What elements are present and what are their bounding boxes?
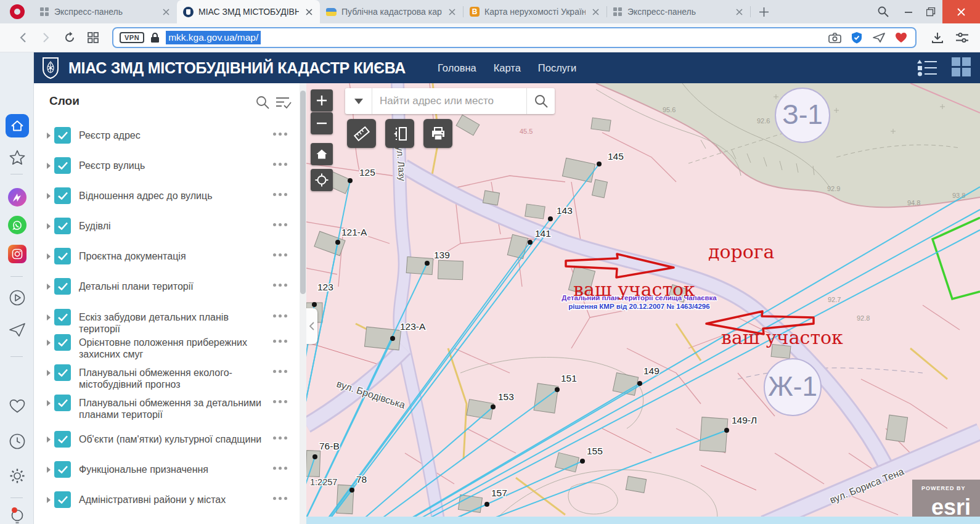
search-source-dropdown[interactable] bbox=[345, 88, 372, 114]
tab-miac-kadastr[interactable]: МІАС ЗМД МІСТОБУДІВНИЙ bbox=[177, 0, 320, 23]
layer-menu-icon[interactable] bbox=[273, 314, 287, 317]
layer-checkbox[interactable] bbox=[54, 218, 71, 234]
layer-menu-icon[interactable] bbox=[273, 223, 287, 226]
map-search-button[interactable] bbox=[526, 88, 555, 114]
sidebar-instagram-icon[interactable] bbox=[0, 245, 34, 263]
layer-menu-icon[interactable] bbox=[273, 340, 287, 343]
apps-grid-icon[interactable] bbox=[952, 57, 973, 78]
layer-checkbox[interactable] bbox=[54, 157, 71, 174]
map-canvas[interactable]: З-1 Ж-1 95.6 45.5 92.6 92.9 94.8 93.8 92… bbox=[306, 83, 980, 524]
sidebar-tips-bulb-icon[interactable] bbox=[0, 509, 34, 524]
back-button[interactable] bbox=[11, 28, 35, 47]
sidebar-player-icon[interactable] bbox=[0, 290, 34, 306]
sidebar-favorites-heart-icon[interactable] bbox=[0, 399, 34, 413]
expand-caret-icon[interactable] bbox=[47, 340, 51, 346]
zoom-in-button[interactable] bbox=[311, 89, 333, 112]
bookmark-heart-icon[interactable] bbox=[893, 32, 909, 43]
window-close-button[interactable] bbox=[942, 0, 980, 23]
expand-caret-icon[interactable] bbox=[47, 467, 51, 473]
sidebar-messenger-icon[interactable] bbox=[0, 188, 34, 207]
tab-close-icon[interactable] bbox=[734, 7, 744, 17]
layer-menu-icon[interactable] bbox=[273, 400, 287, 403]
downloads-icon[interactable] bbox=[925, 32, 950, 44]
layer-menu-icon[interactable] bbox=[273, 370, 287, 373]
expand-caret-icon[interactable] bbox=[47, 370, 51, 376]
send-to-device-icon[interactable] bbox=[871, 32, 887, 43]
layer-menu-icon[interactable] bbox=[273, 133, 287, 136]
scrollbar-thumb[interactable] bbox=[300, 91, 306, 294]
layer-menu-icon[interactable] bbox=[273, 436, 287, 440]
forward-button[interactable] bbox=[35, 28, 58, 47]
new-tab-button[interactable] bbox=[751, 0, 777, 23]
panel-collapse-handle[interactable] bbox=[306, 308, 317, 344]
nav-map-link[interactable]: Карта bbox=[494, 62, 521, 74]
layer-menu-icon[interactable] bbox=[273, 284, 287, 287]
layer-checkbox[interactable] bbox=[54, 491, 71, 508]
window-minimize-button[interactable] bbox=[897, 0, 920, 23]
layer-menu-icon[interactable] bbox=[273, 163, 287, 166]
layer-checkbox[interactable] bbox=[54, 334, 71, 351]
tab-search-icon[interactable] bbox=[870, 0, 897, 23]
home-extent-button[interactable] bbox=[311, 143, 333, 165]
expand-caret-icon[interactable] bbox=[47, 253, 51, 260]
measure-tool-button[interactable] bbox=[347, 119, 376, 148]
sidebar-bookmarks-star-icon[interactable] bbox=[0, 150, 34, 165]
layer-checkbox[interactable] bbox=[54, 127, 71, 144]
easy-setup-icon[interactable] bbox=[950, 32, 974, 43]
layers-filter-icon[interactable] bbox=[276, 96, 292, 109]
tab-cadastral-map[interactable]: Публічна кадастрова карта bbox=[320, 0, 463, 23]
tab-speed-dial-2[interactable]: Экспресс-панель bbox=[607, 0, 750, 23]
expand-caret-icon[interactable] bbox=[47, 314, 51, 321]
reload-button[interactable] bbox=[58, 28, 81, 47]
nav-services-link[interactable]: Послуги bbox=[538, 62, 576, 74]
sidebar-settings-gear-icon[interactable] bbox=[0, 468, 34, 484]
layer-checkbox[interactable] bbox=[54, 461, 71, 478]
speed-dial-button[interactable] bbox=[81, 28, 105, 47]
vpn-badge[interactable]: VPN bbox=[120, 32, 144, 43]
layer-checkbox[interactable] bbox=[54, 395, 71, 411]
tab-close-icon[interactable] bbox=[161, 7, 171, 17]
layer-checkbox[interactable] bbox=[54, 309, 71, 325]
opera-menu-button[interactable] bbox=[0, 0, 34, 23]
swipe-tool-button[interactable] bbox=[385, 119, 414, 148]
expand-caret-icon[interactable] bbox=[47, 400, 51, 406]
layer-checkbox[interactable] bbox=[54, 278, 71, 295]
legend-list-icon[interactable] bbox=[917, 59, 938, 77]
layers-search-icon[interactable] bbox=[256, 96, 269, 109]
tab-close-icon[interactable] bbox=[447, 7, 457, 17]
sidebar-flow-send-icon[interactable] bbox=[0, 322, 34, 337]
layer-checkbox[interactable] bbox=[54, 187, 71, 204]
locate-button[interactable] bbox=[311, 169, 333, 191]
map-search-input[interactable] bbox=[372, 88, 526, 114]
expand-caret-icon[interactable] bbox=[47, 223, 51, 229]
print-tool-button[interactable] bbox=[423, 119, 452, 148]
zoom-out-button[interactable] bbox=[311, 112, 333, 134]
sidebar-whatsapp-icon[interactable] bbox=[0, 216, 34, 234]
expand-caret-icon[interactable] bbox=[47, 163, 51, 169]
nav-home-link[interactable]: Головна bbox=[438, 62, 476, 74]
layer-checkbox[interactable] bbox=[54, 431, 71, 448]
layer-checkbox[interactable] bbox=[54, 364, 71, 381]
window-maximize-button[interactable] bbox=[920, 0, 942, 23]
expand-caret-icon[interactable] bbox=[47, 133, 51, 139]
layer-menu-icon[interactable] bbox=[273, 193, 287, 196]
tab-speed-dial-1[interactable]: Экспресс-панель bbox=[34, 0, 177, 23]
expand-caret-icon[interactable] bbox=[47, 497, 51, 503]
snapshot-camera-icon[interactable] bbox=[827, 33, 843, 43]
layers-scrollbar[interactable] bbox=[300, 83, 306, 524]
layer-menu-icon[interactable] bbox=[273, 253, 287, 256]
tab-close-icon[interactable] bbox=[590, 7, 600, 17]
expand-caret-icon[interactable] bbox=[47, 193, 51, 199]
layer-menu-icon[interactable] bbox=[273, 497, 287, 500]
tab-realty-map[interactable]: B Карта нерухомості України bbox=[463, 0, 606, 23]
layer-checkbox[interactable] bbox=[54, 248, 71, 264]
expand-caret-icon[interactable] bbox=[47, 284, 51, 290]
shield-check-icon[interactable] bbox=[849, 31, 865, 44]
tab-close-icon[interactable] bbox=[304, 7, 314, 17]
layer-menu-icon[interactable] bbox=[273, 467, 287, 470]
sidebar-history-clock-icon[interactable] bbox=[0, 433, 34, 449]
expand-caret-icon[interactable] bbox=[47, 436, 51, 443]
url-field[interactable]: VPN mkk.kga.gov.ua/map/ bbox=[112, 27, 917, 48]
url-text[interactable]: mkk.kga.gov.ua/map/ bbox=[166, 31, 261, 44]
sidebar-home-button[interactable] bbox=[0, 114, 34, 137]
